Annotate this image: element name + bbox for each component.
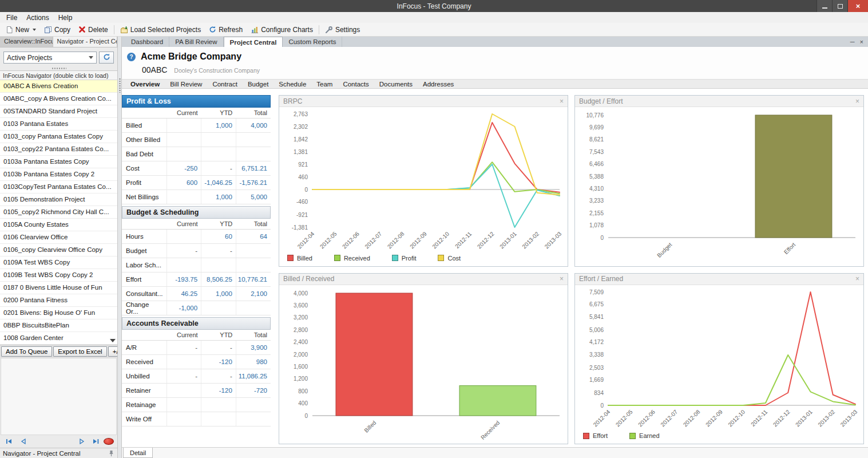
tab-bill-review[interactable]: Bill Review (165, 80, 207, 88)
table-cell (167, 398, 201, 412)
project-list-item[interactable]: 0103a Pantana Estates Copy (0, 156, 117, 168)
toolbar-button-configure-charts[interactable]: Configure Charts (247, 25, 317, 35)
stop-button[interactable] (104, 438, 114, 445)
sidebar-tab[interactable]: Navigator - Project Ce... (53, 37, 117, 47)
tab-addresses[interactable]: Addresses (418, 80, 459, 88)
row-label: Change Or... (122, 301, 167, 315)
sidebar-refresh-button[interactable] (99, 52, 114, 64)
financial-table: CurrentYTDTotalBilled1,0004,000Other Bil… (122, 108, 271, 204)
pin-icon[interactable] (108, 450, 114, 457)
export-to-excel-button[interactable]: Export to Excel (53, 346, 106, 357)
svg-text:2012-06: 2012-06 (341, 230, 360, 250)
project-filter-dropdown[interactable]: Active Projects (3, 52, 97, 64)
chart-close-icon[interactable]: × (560, 275, 564, 282)
menu-actions[interactable]: Actions (22, 13, 53, 22)
menu-file[interactable]: File (2, 13, 22, 22)
project-list-item[interactable]: 0201 Bivens: Big House O' Fun (0, 307, 117, 319)
project-list-item[interactable]: 1008 Garden Center (0, 332, 117, 345)
menu-help[interactable]: Help (54, 13, 77, 22)
vertical-splitter[interactable] (117, 37, 122, 458)
chart-close-icon[interactable]: × (560, 98, 564, 105)
help-icon[interactable]: ? (127, 53, 136, 61)
table-cell (201, 147, 236, 161)
window-minimize-button[interactable] (817, 0, 832, 12)
chart-header: BRPC× (279, 96, 568, 107)
tab-dashboard[interactable]: Dashboard (125, 37, 169, 47)
table-cell (201, 258, 236, 273)
project-list-item[interactable]: 00ABC A Bivens Creation (0, 80, 117, 93)
tab-overview[interactable]: Overview (125, 80, 165, 88)
scroll-down-icon[interactable] (110, 339, 116, 342)
navigator-list-header: InFocus Navigator (double click to load) (0, 70, 117, 80)
tab-project-central[interactable]: Project Central (224, 37, 283, 47)
chart-panel-effort-earned: Effort / Earned×7,5096,6755,8415,0064,17… (574, 273, 864, 445)
svg-text:0: 0 (304, 412, 308, 418)
next-record-button[interactable] (76, 437, 88, 446)
tab-contacts[interactable]: Contacts (338, 80, 374, 88)
last-record-button[interactable] (90, 437, 101, 446)
project-list-item[interactable]: 0187 0 Bivens Little House of Fun (0, 282, 117, 294)
table-cell (236, 412, 271, 427)
window-restore-button[interactable] (832, 0, 847, 12)
project-list-item[interactable]: 0106 Clearview Office (0, 231, 117, 244)
chart-panel-billed-received: Billed / Received×4,0003,6003,2002,8002,… (279, 273, 568, 445)
project-list-item[interactable]: 0200 Pantana Fitness (0, 294, 117, 307)
tab-pa-bill-review[interactable]: PA Bill Review (169, 37, 223, 47)
tab-contract[interactable]: Contract (207, 80, 242, 88)
table-row: Hours6064 (122, 230, 271, 244)
svg-text:-1,381: -1,381 (292, 224, 308, 231)
company-header: ? Acme Bridge Company 00ABC Dooley's Con… (122, 48, 868, 79)
svg-text:2012-11: 2012-11 (750, 408, 769, 428)
chart-canvas: 2,7632,3021,8421,3819214600-460-921-1,38… (279, 107, 568, 254)
toolbar-button-settings[interactable]: Settings (321, 25, 364, 35)
project-list-item[interactable]: 0105_copy2 Richmond City Hall C... (0, 206, 117, 219)
row-label: Labor Sch... (122, 258, 167, 273)
legend-item-effort: Effort (583, 432, 608, 439)
project-list-item[interactable]: 0103CopyTest Pantana Estates Co... (0, 181, 117, 194)
tab-schedule[interactable]: Schedule (274, 80, 311, 88)
project-list-item[interactable]: 0109B Test WBS Copy Copy 2 (0, 269, 117, 282)
chart-close-icon[interactable]: × (855, 98, 859, 105)
horizontal-splitter-grip[interactable] (0, 66, 117, 70)
tab-detail[interactable]: Detail (123, 448, 153, 458)
project-list-item[interactable]: 0103_copy22 Pantana Estates Co... (0, 143, 117, 156)
sidebar-tab[interactable]: Clearview::InFocus (0, 37, 53, 47)
project-list-item[interactable]: 0103 Pantana Estates (0, 118, 117, 131)
toolbar-button-delete[interactable]: Delete (74, 25, 112, 35)
project-list-item[interactable]: 00ABC_copy A Bivens Creation Co... (0, 93, 117, 105)
table-row: Labor Sch... (122, 258, 271, 273)
project-list-item[interactable]: 0105A County Estates (0, 219, 117, 231)
toolbar-button-copy[interactable]: Copy (40, 25, 74, 35)
toolbar-button-refresh[interactable]: Refresh (205, 25, 247, 35)
panel-minimize-icon[interactable]: ─ (850, 38, 855, 45)
window-close-button[interactable]: × (847, 0, 868, 12)
table-row: Consultant...46.251,0002,100 (122, 287, 271, 301)
svg-text:2012-07: 2012-07 (364, 230, 383, 250)
first-record-button[interactable] (3, 437, 15, 446)
chart-close-icon[interactable]: × (855, 275, 859, 282)
panel-close-icon[interactable]: × (860, 38, 863, 45)
project-list-item[interactable]: 0109A Test WBS Copy (0, 256, 117, 269)
tab-custom-reports[interactable]: Custom Reports (283, 37, 342, 47)
table-cell (236, 398, 271, 412)
toolbar-button-new[interactable]: New (2, 25, 40, 35)
tab-team[interactable]: Team (311, 80, 338, 88)
project-list-item[interactable]: 0105 Demonstration Project (0, 194, 117, 206)
project-list-item[interactable]: 0BBP BiscuitsBitePlan (0, 319, 117, 332)
svg-text:2013-02: 2013-02 (817, 408, 836, 428)
project-list-item[interactable]: 0106_copy Clearview Office Copy (0, 244, 117, 256)
chart-title: Effort / Earned (579, 275, 623, 283)
project-list-item[interactable]: 0103b Pantana Estates Copy 2 (0, 168, 117, 181)
table-row: A/R--3,900 (122, 341, 271, 355)
project-list-item[interactable]: 00STANDARD Standard Project (0, 105, 117, 118)
legend-swatch (334, 255, 340, 261)
svg-text:2012-08: 2012-08 (682, 408, 701, 428)
project-list-item[interactable]: 0103_copy Pantana Estates Copy (0, 131, 117, 143)
toolbar-button-load-selected-projects[interactable]: Load Selected Projects (116, 25, 205, 35)
add-to-queue-button[interactable]: Add To Queue (1, 346, 52, 357)
previous-record-button[interactable] (17, 437, 29, 446)
tab-documents[interactable]: Documents (374, 80, 418, 88)
tab-budget[interactable]: Budget (243, 80, 274, 88)
chart-title: BRPC (283, 97, 302, 105)
toolbar-button-label: Copy (54, 26, 70, 34)
